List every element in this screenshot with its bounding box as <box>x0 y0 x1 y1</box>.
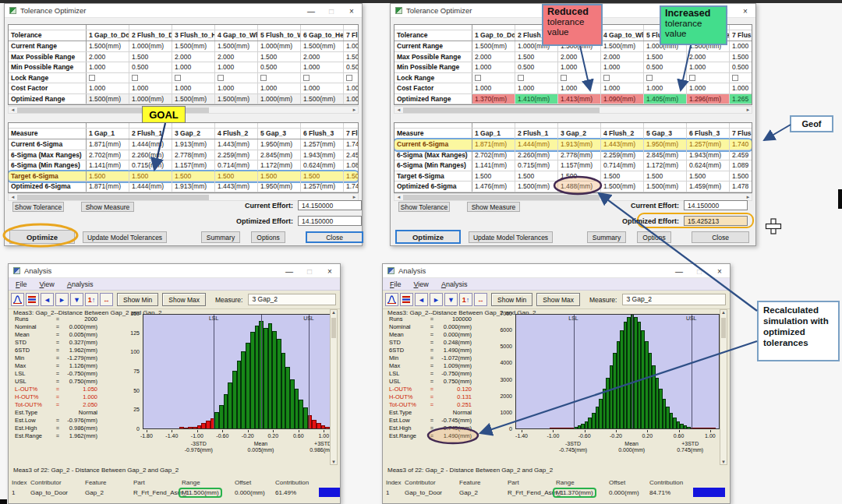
grid-cell[interactable]: 1.000 <box>215 62 258 72</box>
grid-cell[interactable]: 2.260(mm) <box>515 150 558 160</box>
grid-cell[interactable]: 1.257(mm) <box>301 182 344 192</box>
scroll-left-icon[interactable]: ◄ <box>395 107 402 113</box>
grid-cell[interactable]: 1.090(mm) <box>601 94 644 104</box>
grid-cell[interactable]: 1.257(mm) <box>687 139 730 150</box>
next-measure-icon[interactable]: ► <box>55 293 69 306</box>
contributor-cell[interactable]: 0.000(mm) <box>235 489 265 497</box>
grid-cell[interactable]: 1.500(mm) <box>472 41 515 51</box>
grid-cell[interactable]: 1.000 <box>87 62 129 72</box>
grid-cell[interactable]: 1.500 <box>644 52 687 62</box>
contributor-cell[interactable]: Gap_to_Door <box>30 489 68 497</box>
summary-button[interactable]: Summary <box>587 231 626 243</box>
grid-cell[interactable]: 1.000 <box>601 83 644 93</box>
grid-cell[interactable]: 1.000(mm) <box>129 41 172 51</box>
grid-cell[interactable]: 1.500(mm) <box>301 94 344 104</box>
contributor-cell[interactable]: 84.71% <box>649 489 670 497</box>
summary-button[interactable]: Summary <box>201 231 240 243</box>
grid-cell[interactable]: 1.000 <box>301 83 344 93</box>
grid-cell[interactable]: 1.000 <box>687 62 730 72</box>
grid-cell[interactable]: 1.000 <box>344 83 359 93</box>
grid-cell[interactable]: 1.000(mm) <box>258 94 301 104</box>
maximize-button[interactable]: □ <box>299 264 320 278</box>
grid-cell[interactable]: 1.444(mm) <box>129 139 172 150</box>
grid-cell[interactable]: 1.950(mm) <box>644 139 687 150</box>
measure-field[interactable]: 3 Gap_2 <box>622 294 726 305</box>
grid-cell[interactable]: 1.871(mm) <box>87 182 129 192</box>
next-measure-icon[interactable]: ► <box>430 293 443 306</box>
scroll-right-icon[interactable]: ► <box>745 107 752 113</box>
grid-cell[interactable]: 0.500 <box>644 62 687 72</box>
plot-vscrollbar[interactable]: ▲▼ <box>330 309 338 465</box>
grid-cell[interactable]: 1.500(mm) <box>215 94 258 104</box>
grid-cell[interactable] <box>730 73 752 83</box>
grid-cell[interactable]: 0.714(mm) <box>215 160 258 171</box>
scroll-right-icon[interactable]: ► <box>351 194 358 200</box>
grid-cell[interactable]: 1.500 <box>515 52 558 62</box>
grid-cell[interactable]: 1.000 <box>258 83 301 93</box>
grid-cell[interactable]: 2.459 <box>344 150 359 160</box>
grid-cell[interactable]: 1.370(mm) <box>472 94 515 104</box>
grid-cell[interactable] <box>687 73 730 83</box>
lock-range-checkbox[interactable] <box>175 75 181 81</box>
lock-range-checkbox[interactable] <box>218 75 224 81</box>
contributor-cell[interactable]: 1 <box>386 489 389 497</box>
lock-range-checkbox[interactable] <box>475 75 481 81</box>
grid-cell[interactable]: 0.715(mm) <box>515 160 558 171</box>
grid-cell[interactable] <box>601 73 644 83</box>
scroll-down-icon[interactable]: ▼ <box>720 460 727 464</box>
menu-analysis[interactable]: Analysis <box>441 280 468 288</box>
grid-cell[interactable]: 1.500 <box>558 171 601 182</box>
lock-range-checkbox[interactable] <box>603 75 610 81</box>
scroll-thumb[interactable] <box>17 195 209 200</box>
grid-cell[interactable]: 1.000 <box>558 83 601 93</box>
grid-cell[interactable]: 0.714(mm) <box>601 160 644 171</box>
lock-range-checkbox[interactable] <box>260 75 267 81</box>
lock-range-checkbox[interactable] <box>303 75 310 81</box>
grid-cell[interactable]: 1.413(mm) <box>558 94 601 104</box>
contributor-cell[interactable]: Gap_2 <box>459 489 478 497</box>
plot-vscrollbar[interactable]: ▲▼ <box>720 309 727 465</box>
close-button[interactable]: × <box>320 264 340 278</box>
lock-range-checkbox[interactable] <box>89 75 95 81</box>
optimize-button[interactable]: Optimize <box>395 230 461 244</box>
optimize-button[interactable]: Optimize <box>9 230 75 244</box>
grid-cell[interactable]: 2.845(mm) <box>258 150 301 160</box>
grid-cell[interactable]: 1.000 <box>344 94 359 104</box>
grid-cell[interactable]: 1.000 <box>644 83 687 93</box>
scroll-up-icon[interactable]: ▲ <box>720 310 727 315</box>
contributor-cell[interactable]: Gap_to_Door <box>405 489 442 497</box>
update-model-tolerances-button[interactable]: Update Model Tolerances <box>83 231 167 243</box>
close-button[interactable]: × <box>341 4 362 18</box>
grid-cell[interactable]: 1.500(mm) <box>301 41 344 51</box>
lock-range-checkbox[interactable] <box>561 75 567 81</box>
grid-cell[interactable]: 1.000 <box>301 62 344 72</box>
lock-range-checkbox[interactable] <box>518 75 524 81</box>
scroll-thumb[interactable] <box>403 107 600 113</box>
optimized-effort-value[interactable]: 14.150000 <box>298 216 362 226</box>
grid-cell[interactable]: 2.778(mm) <box>172 150 215 160</box>
minimize-button[interactable]: — <box>301 4 321 18</box>
grid-cell[interactable]: 1.000 <box>687 83 730 93</box>
grid-cell[interactable]: 1.172(mm) <box>644 160 687 171</box>
spread-icon[interactable]: ↔ <box>474 293 487 306</box>
grid-cell[interactable] <box>472 73 515 83</box>
contributor-range-cell[interactable]: M:1.500(mm) <box>182 488 222 498</box>
grid-cell[interactable]: 1.500(mm) <box>215 41 258 51</box>
grid-cell[interactable]: 1.950(mm) <box>258 139 301 150</box>
grid-cell[interactable]: 1.000 <box>215 83 258 93</box>
grid-cell[interactable]: 2.000 <box>558 52 601 62</box>
grid-cell[interactable] <box>129 73 172 83</box>
grid-cell[interactable]: 0.624(mm) <box>687 160 730 171</box>
lock-range-checkbox[interactable] <box>689 75 695 81</box>
grid-cell[interactable]: 1.500(mm) <box>644 182 687 192</box>
grid-cell[interactable]: 1.000 <box>172 62 215 72</box>
menu-file[interactable]: File <box>390 280 402 288</box>
grid-cell[interactable] <box>558 73 601 83</box>
grid-cell[interactable]: 2.845(mm) <box>644 150 687 160</box>
lock-range-checkbox[interactable] <box>132 75 138 81</box>
grid-cell[interactable]: 1.405(mm) <box>644 94 687 104</box>
grid-cell[interactable]: 1.000 <box>472 62 515 72</box>
grid-cell[interactable]: 1.000 <box>730 41 752 51</box>
grid-cell[interactable]: 2.000 <box>87 52 129 62</box>
grid-cell[interactable]: 1.500 <box>344 52 359 62</box>
